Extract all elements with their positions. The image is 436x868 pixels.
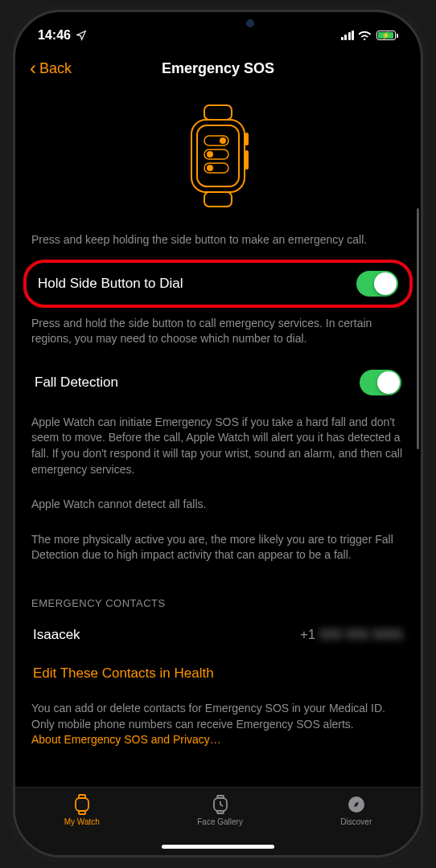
svg-rect-16	[217, 796, 224, 798]
hold-side-button-row[interactable]: Hold Side Button to Dial	[23, 260, 413, 308]
emergency-contacts-header: EMERGENCY CONTACTS	[30, 575, 406, 616]
svg-rect-4	[245, 133, 249, 145]
contact-phone: +1 555 555 5555	[300, 627, 403, 643]
face-gallery-icon	[212, 794, 228, 815]
chevron-left-icon: ‹	[30, 59, 36, 78]
home-indicator[interactable]	[162, 845, 274, 849]
tab-bar: My Watch Face Gallery Discover	[15, 787, 421, 855]
status-time: 14:46	[38, 28, 71, 43]
battery-icon: ⚡	[376, 31, 398, 40]
svg-rect-5	[245, 150, 249, 170]
signal-icon	[341, 31, 355, 40]
hold-side-button-desc: Press and hold the side button to call e…	[30, 308, 406, 358]
svg-point-11	[207, 165, 213, 171]
svg-rect-2	[191, 120, 245, 192]
fall-detection-label: Fall Detection	[35, 375, 118, 391]
fall-detection-desc-2: Apple Watch cannot detect all falls.	[30, 489, 406, 524]
compass-icon	[347, 794, 366, 815]
svg-point-7	[220, 137, 226, 144]
fall-detection-desc-3: The more physically active you are, the …	[30, 524, 406, 575]
fall-detection-toggle[interactable]	[360, 370, 401, 395]
tab-label: Discover	[340, 817, 372, 826]
privacy-link[interactable]: About Emergency SOS and Privacy…	[31, 733, 221, 746]
content-scroll[interactable]: Press and keep holding the side button t…	[15, 88, 421, 786]
page-title: Emergency SOS	[162, 60, 274, 77]
tab-discover[interactable]: Discover	[340, 794, 372, 855]
watch-illustration	[30, 88, 406, 224]
back-label: Back	[39, 60, 72, 77]
nav-bar: ‹ Back Emergency SOS	[15, 49, 421, 88]
svg-point-9	[207, 151, 213, 158]
tab-label: Face Gallery	[197, 817, 243, 826]
edit-contacts-link[interactable]: Edit These Contacts in Health	[30, 654, 406, 693]
tab-label: My Watch	[64, 817, 100, 826]
contact-name: Isaacek	[33, 627, 80, 643]
phone-frame: 14:46 ⚡ ‹ Back Emergency SOS	[13, 10, 423, 858]
scroll-indicator	[417, 208, 419, 449]
contacts-desc: You can add or delete contacts for Emerg…	[30, 693, 406, 760]
location-arrow-icon	[76, 30, 87, 41]
notch	[138, 12, 298, 36]
fall-detection-desc-1: Apple Watch can initiate Emergency SOS i…	[30, 407, 406, 489]
back-button[interactable]: ‹ Back	[30, 59, 72, 78]
hold-side-button-label: Hold Side Button to Dial	[38, 276, 183, 292]
hold-side-button-toggle[interactable]	[356, 271, 398, 297]
svg-rect-3	[197, 125, 239, 186]
svg-rect-0	[204, 105, 232, 120]
svg-rect-14	[76, 798, 88, 811]
wifi-icon	[359, 31, 372, 40]
fall-detection-row[interactable]: Fall Detection	[30, 358, 406, 407]
tab-my-watch[interactable]: My Watch	[64, 794, 100, 855]
contact-row[interactable]: Isaacek +1 555 555 5555	[30, 616, 406, 654]
svg-rect-17	[217, 811, 224, 813]
svg-rect-1	[204, 192, 232, 207]
watch-icon	[73, 794, 91, 815]
intro-description: Press and keep holding the side button t…	[30, 224, 406, 260]
